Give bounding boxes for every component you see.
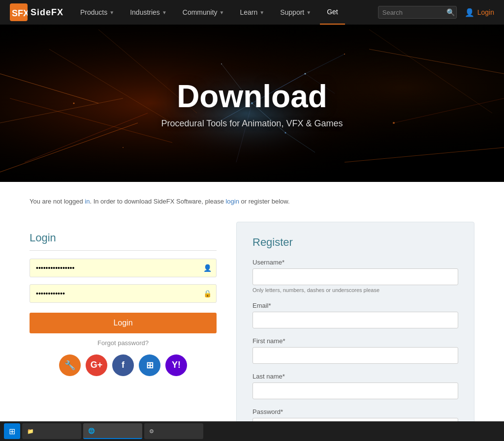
search-button[interactable]: 🔍 <box>446 8 455 16</box>
hero-title: Download <box>161 78 343 115</box>
reg-lastname-group: Last name* <box>252 373 458 399</box>
nav-links: Products ▼ Industries ▼ Community ▼ Lear… <box>73 0 378 25</box>
hero-section: Download Procedural Tools for Animation,… <box>0 25 504 182</box>
svg-point-26 <box>305 73 306 75</box>
register-title: Register <box>252 236 458 249</box>
nav-industries[interactable]: Industries ▼ <box>123 0 174 25</box>
login-section: Login 👤 🔒 Login Forgot password? 🔧 G+ f <box>30 222 217 386</box>
svg-point-32 <box>123 147 124 148</box>
hero-content: Download Procedural Tools for Animation,… <box>161 78 343 129</box>
svg-point-31 <box>73 103 75 104</box>
nav-community[interactable]: Community ▼ <box>176 0 231 25</box>
username-input[interactable] <box>30 259 217 277</box>
svg-point-27 <box>285 132 286 134</box>
reg-firstname-input[interactable] <box>252 347 458 364</box>
reg-firstname-label: First name* <box>252 337 458 345</box>
username-wrapper: 👤 <box>30 259 217 277</box>
hero-subtitle: Procedural Tools for Animation, VFX & Ga… <box>161 118 343 129</box>
reg-username-input[interactable] <box>252 268 458 285</box>
info-text: You are not logged in. In order to downl… <box>30 197 474 207</box>
nav-get[interactable]: Get <box>320 0 345 25</box>
start-button[interactable]: ⊞ <box>4 423 20 439</box>
reg-lastname-input[interactable] <box>252 382 458 399</box>
svg-text:SFX: SFX <box>12 8 28 18</box>
password-wrapper: 🔒 <box>30 284 217 303</box>
reg-username-label: Username* <box>252 259 458 266</box>
login-title: Login <box>30 232 217 251</box>
support-arrow-icon: ▼ <box>306 10 311 15</box>
navigation: SFX SideFX Products ▼ Industries ▼ Commu… <box>0 0 504 25</box>
site-logo[interactable]: SFX SideFX <box>10 3 63 21</box>
password-input[interactable] <box>30 284 217 303</box>
industries-arrow-icon: ▼ <box>162 10 167 15</box>
login-nav-link[interactable]: 👤 Login <box>465 8 494 17</box>
forgot-password-link[interactable]: Forgot password? <box>30 339 217 347</box>
social-login-buttons: 🔧 G+ f ⊞ Y! <box>30 354 217 376</box>
search-input[interactable] <box>382 9 446 16</box>
taskbar-browser[interactable]: 🌐 <box>83 423 142 439</box>
user-icon: 👤 <box>465 8 474 17</box>
products-arrow-icon: ▼ <box>109 10 114 15</box>
reg-username-group: Username* Only letters, numbers, dashes … <box>252 259 458 293</box>
houdini-login-button[interactable]: 🔧 <box>59 354 81 376</box>
file-explorer-icon: 📁 <box>27 428 34 435</box>
reg-email-label: Email* <box>252 302 458 309</box>
username-hint: Only letters, numbers, dashes or undersc… <box>252 287 458 293</box>
svg-point-29 <box>344 54 345 55</box>
username-group: 👤 <box>30 259 217 277</box>
content-columns: Login 👤 🔒 Login Forgot password? 🔧 G+ f <box>30 222 474 441</box>
main-content: You are not logged in. In order to downl… <box>0 182 504 441</box>
reg-email-group: Email* <box>252 302 458 328</box>
settings-taskbar-icon: ⚙ <box>149 428 154 435</box>
microsoft-login-button[interactable]: ⊞ <box>139 354 160 376</box>
nav-right: 🔍 👤 Login <box>378 6 494 19</box>
facebook-login-button[interactable]: f <box>112 354 134 376</box>
taskbar-file-explorer[interactable]: 📁 <box>22 423 81 439</box>
search-box: 🔍 <box>378 6 457 19</box>
reg-lastname-label: Last name* <box>252 373 458 380</box>
logo-text: SideFX <box>31 7 63 18</box>
reg-password-label: Password* <box>252 408 458 415</box>
reg-email-input[interactable] <box>252 312 458 328</box>
taskbar-settings[interactable]: ⚙ <box>144 423 203 439</box>
google-login-button[interactable]: G+ <box>86 354 107 376</box>
community-arrow-icon: ▼ <box>220 10 224 15</box>
nav-products[interactable]: Products ▼ <box>73 0 121 25</box>
register-section: Register Username* Only letters, numbers… <box>236 222 474 441</box>
svg-point-28 <box>221 63 222 64</box>
nav-learn[interactable]: Learn ▼ <box>233 0 271 25</box>
browser-icon: 🌐 <box>88 428 95 434</box>
reg-firstname-group: First name* <box>252 337 458 364</box>
password-group: 🔒 <box>30 284 217 303</box>
lock-field-icon: 🔒 <box>203 290 212 297</box>
yahoo-login-button[interactable]: Y! <box>165 354 187 376</box>
login-button[interactable]: Login <box>30 313 217 333</box>
svg-point-30 <box>393 122 395 124</box>
taskbar: ⊞ 📁 🌐 ⚙ <box>0 421 504 441</box>
login-text-link[interactable]: login <box>225 198 239 205</box>
user-field-icon: 👤 <box>203 264 212 272</box>
learn-arrow-icon: ▼ <box>259 10 264 15</box>
nav-support[interactable]: Support ▼ <box>273 0 318 25</box>
in-link[interactable]: in <box>85 198 90 205</box>
